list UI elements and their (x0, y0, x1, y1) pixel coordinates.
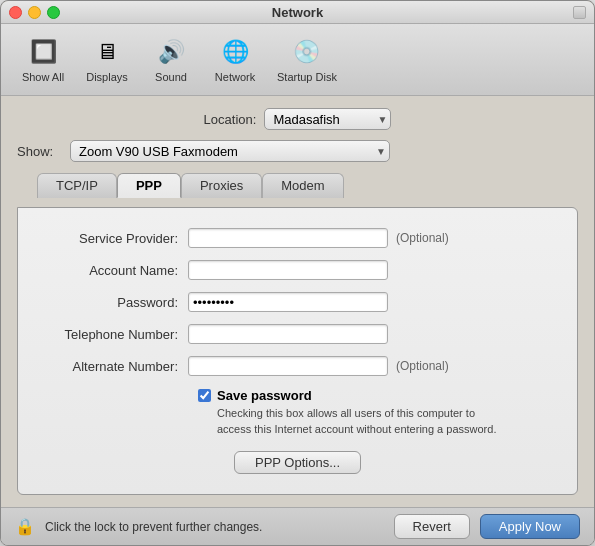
toolbar-show-all[interactable]: 🔲 Show All (13, 32, 73, 87)
location-row: Location: Madasafish Automatic Edit Loca… (17, 108, 578, 130)
main-window: Network 🔲 Show All 🖥 Displays 🔊 Sound 🌐 … (0, 0, 595, 546)
show-select[interactable]: Zoom V90 USB Faxmodem Built-in Ethernet … (70, 140, 390, 162)
startup-disk-icon: 💿 (291, 36, 323, 68)
tabs-row: TCP/IP PPP Proxies Modem (37, 172, 578, 197)
alternate-input[interactable] (188, 356, 388, 376)
telephone-label: Telephone Number: (38, 327, 188, 342)
show-label: Show: (17, 144, 62, 159)
tab-proxies[interactable]: Proxies (181, 173, 262, 198)
tab-modem[interactable]: Modem (262, 173, 343, 198)
toolbar-startup-disk-label: Startup Disk (277, 71, 337, 83)
tab-ppp[interactable]: PPP (117, 173, 181, 198)
alternate-row: Alternate Number: (Optional) (38, 356, 557, 376)
save-password-checkbox[interactable] (198, 389, 211, 402)
close-button[interactable] (9, 6, 22, 19)
account-name-input[interactable] (188, 260, 388, 280)
toolbar-sound-label: Sound (155, 71, 187, 83)
options-row: PPP Options... (38, 451, 557, 474)
location-select-wrapper: Madasafish Automatic Edit Locations... ▼ (264, 108, 391, 130)
telephone-row: Telephone Number: (38, 324, 557, 344)
tab-tcp-ip[interactable]: TCP/IP (37, 173, 117, 198)
revert-button[interactable]: Revert (394, 514, 470, 539)
location-select[interactable]: Madasafish Automatic Edit Locations... (264, 108, 391, 130)
account-name-label: Account Name: (38, 263, 188, 278)
ppp-panel: Service Provider: (Optional) Account Nam… (17, 207, 578, 495)
displays-icon: 🖥 (91, 36, 123, 68)
show-row: Show: Zoom V90 USB Faxmodem Built-in Eth… (17, 140, 578, 162)
save-password-desc: Checking this box allows all users of th… (217, 406, 496, 437)
telephone-input[interactable] (188, 324, 388, 344)
ppp-options-button[interactable]: PPP Options... (234, 451, 361, 474)
apply-now-button[interactable]: Apply Now (480, 514, 580, 539)
resize-icon[interactable] (573, 6, 586, 19)
location-label: Location: (204, 112, 257, 127)
service-provider-label: Service Provider: (38, 231, 188, 246)
save-password-text: Save password Checking this box allows a… (217, 388, 496, 437)
toolbar-network-label: Network (215, 71, 255, 83)
service-provider-optional: (Optional) (396, 231, 449, 245)
window-title: Network (272, 5, 323, 20)
toolbar-displays-label: Displays (86, 71, 128, 83)
minimize-button[interactable] (28, 6, 41, 19)
window-controls (9, 6, 60, 19)
alternate-optional: (Optional) (396, 359, 449, 373)
toolbar-network[interactable]: 🌐 Network (205, 32, 265, 87)
toolbar-startup-disk[interactable]: 💿 Startup Disk (269, 32, 345, 87)
sound-icon: 🔊 (155, 36, 187, 68)
password-row: Password: (38, 292, 557, 312)
bottombar: 🔒 Click the lock to prevent further chan… (1, 507, 594, 545)
lock-icon[interactable]: 🔒 (15, 517, 35, 536)
service-provider-input[interactable] (188, 228, 388, 248)
toolbar-displays[interactable]: 🖥 Displays (77, 32, 137, 87)
toolbar-sound[interactable]: 🔊 Sound (141, 32, 201, 87)
save-password-row: Save password Checking this box allows a… (198, 388, 557, 437)
show-select-wrapper: Zoom V90 USB Faxmodem Built-in Ethernet … (70, 140, 390, 162)
alternate-label: Alternate Number: (38, 359, 188, 374)
content-area: Location: Madasafish Automatic Edit Loca… (1, 96, 594, 507)
toolbar: 🔲 Show All 🖥 Displays 🔊 Sound 🌐 Network … (1, 24, 594, 96)
account-name-row: Account Name: (38, 260, 557, 280)
password-input[interactable] (188, 292, 388, 312)
titlebar: Network (1, 1, 594, 24)
lock-text: Click the lock to prevent further change… (45, 520, 384, 534)
show-all-icon: 🔲 (27, 36, 59, 68)
maximize-button[interactable] (47, 6, 60, 19)
password-label: Password: (38, 295, 188, 310)
save-password-label: Save password (217, 388, 496, 403)
service-provider-row: Service Provider: (Optional) (38, 228, 557, 248)
network-icon: 🌐 (219, 36, 251, 68)
toolbar-show-all-label: Show All (22, 71, 64, 83)
